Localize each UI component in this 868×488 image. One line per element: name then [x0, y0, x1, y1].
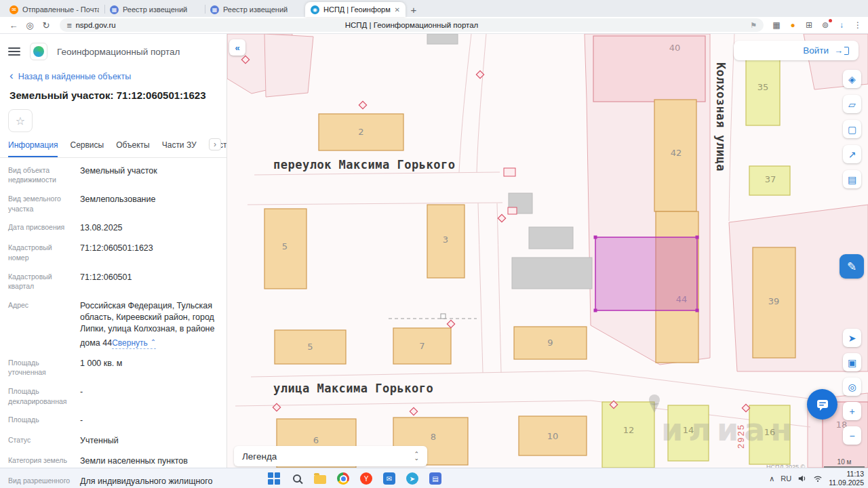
collapse-address-link[interactable]: Свернуть⌃	[112, 338, 156, 349]
tab-favicon: ▦	[210, 5, 219, 14]
sidebar-header: Геоинформационный портал	[0, 34, 226, 66]
site-chip[interactable]: ≣ nspd.gov.ru	[66, 21, 116, 29]
clock[interactable]: 11:13 11.09.2025	[829, 470, 864, 487]
search-button-icon	[293, 474, 301, 483]
selection-corner	[594, 309, 597, 312]
building	[529, 227, 573, 249]
map-tool-print[interactable]: ▤	[843, 170, 861, 188]
parcel-number: 6	[313, 435, 319, 445]
field-label: Вид объекта недвижимости	[8, 165, 75, 185]
address-bar[interactable]: ≣ nspd.gov.ru НСПД | Геоинформационный п…	[60, 18, 764, 32]
tab-close-icon[interactable]: ✕	[395, 6, 400, 14]
chrome-browser-icon	[337, 472, 349, 485]
info-field: Адрес Российская Федерация, Тульская обл…	[8, 296, 218, 353]
field-label: Кадастровый номер	[8, 243, 75, 262]
yandex-browser[interactable]: Y	[359, 472, 373, 485]
login-button[interactable]: Войти →	[734, 41, 859, 60]
map-tool-draw[interactable]: ✎	[840, 254, 864, 279]
documents-app[interactable]: ▤	[429, 472, 442, 485]
cadastral-block	[264, 34, 313, 97]
selected-parcel-highlight	[595, 237, 697, 310]
parcel-number: 12	[623, 425, 635, 435]
tab-информация[interactable]: Информация	[8, 140, 58, 157]
network-wifi-icon[interactable]	[813, 474, 823, 483]
legend-toggle-icon: ⌃⌄	[414, 452, 419, 460]
tabs-scroll-right-button[interactable]: ›	[209, 138, 221, 150]
tab-сервисы[interactable]: Сервисы	[70, 140, 104, 157]
extensions-icon[interactable]: ▦	[772, 20, 781, 30]
file-explorer-icon	[314, 475, 326, 484]
browser-tabs: ✉ Отправленные - Почта M... ✕ ▦ Реестр и…	[4, 2, 406, 17]
apps-grid-icon[interactable]: ⊞	[804, 20, 814, 30]
browser-tab[interactable]: ◉ НСПД | Геоинформаци... ✕	[305, 2, 406, 17]
building	[512, 258, 592, 289]
parcel-number: 42	[671, 148, 682, 158]
legend-label: Легенда	[242, 451, 277, 462]
telegram-app[interactable]: ➤	[406, 472, 419, 485]
parcel-number: 7	[419, 341, 425, 351]
taskbar-icons: Y✉➤▤	[267, 468, 442, 488]
back-to-results-link[interactable]: ‹ Назад в найденные объекты	[0, 66, 226, 83]
cadastral-map[interactable]: 253579404244353739681012141618илиан2925п…	[227, 34, 868, 468]
search-button[interactable]	[290, 472, 304, 485]
new-tab-button[interactable]: +	[406, 2, 422, 17]
info-field: Дата присвоения 13.08.2025	[8, 218, 218, 239]
start-button[interactable]	[267, 472, 281, 485]
map-tool-measure[interactable]: ▱	[843, 95, 861, 113]
browser-tab[interactable]: ▦ Реестр извещений ✕	[205, 2, 305, 17]
map-tool-coords[interactable]: ◎	[843, 378, 861, 396]
field-label: Дата присвоения	[8, 222, 75, 234]
legend-bar[interactable]: Легенда ⌃⌄	[234, 446, 427, 466]
menu-burger-icon[interactable]	[8, 47, 20, 56]
map-parcel-40[interactable]	[593, 36, 705, 102]
profile-icon[interactable]: ●	[788, 20, 797, 30]
file-explorer[interactable]	[313, 472, 327, 485]
browser-menu-icon[interactable]: ⋮	[853, 20, 863, 30]
small-structure	[504, 168, 515, 176]
tab-объекты[interactable]: Объекты	[116, 140, 150, 157]
telegram-app-icon: ➤	[406, 472, 418, 485]
parcel-number: 35	[757, 82, 769, 92]
downloads-icon[interactable]: ↓	[837, 20, 846, 30]
language-indicator[interactable]: RU	[781, 474, 791, 483]
field-label: Категория земель	[8, 455, 75, 467]
map-scale: 10 м	[824, 458, 865, 468]
portal-name: Геоинформационный портал	[57, 47, 180, 57]
collapse-sidebar-button[interactable]: «	[229, 39, 245, 56]
zoom-out-button[interactable]: −	[843, 426, 861, 445]
bookmark-flag-icon[interactable]: ⚑	[750, 21, 757, 30]
map-tool-locate[interactable]: ➤	[843, 329, 861, 347]
extensions-icon-icon[interactable]: ◎	[22, 20, 38, 30]
map-tool-layers[interactable]: ◈	[843, 70, 861, 88]
field-value: Российская Федерация, Тульская область, …	[80, 300, 218, 349]
browser-tab[interactable]: ▦ Реестр извещений ✕	[104, 2, 205, 17]
favorite-star-button[interactable]: ☆	[8, 109, 33, 132]
map-viewport[interactable]: 253579404244353739681012141618илиан2925п…	[227, 34, 868, 468]
site-settings-icon[interactable]: ≣	[66, 22, 72, 29]
chat-bubble-icon	[815, 397, 830, 412]
info-field: Статус Учтенный	[8, 431, 218, 451]
browser-tab[interactable]: ✉ Отправленные - Почта M... ✕	[4, 2, 104, 17]
tab-части зу[interactable]: Части ЗУ	[162, 140, 197, 157]
map-tool-share[interactable]: ↗	[843, 145, 861, 163]
zoom-in-button[interactable]: +	[843, 402, 861, 420]
notifications-icon[interactable]: ⊚	[821, 20, 830, 30]
map-tool-extent[interactable]: ▢	[843, 120, 861, 138]
map-tool-overview[interactable]: ▣	[843, 353, 861, 371]
field-label: Адрес	[8, 300, 75, 349]
reload-button-icon[interactable]: ↻	[38, 20, 54, 30]
info-field: Площадь -	[8, 411, 218, 431]
tab-title: Реестр извещений	[123, 5, 199, 14]
field-label: Вид земельного участка	[8, 194, 75, 214]
browser-tab-bar: ✉ Отправленные - Почта M... ✕ ▦ Реестр и…	[0, 0, 868, 17]
chat-button[interactable]	[807, 389, 837, 420]
back-button-icon[interactable]: ←	[5, 20, 22, 30]
speaker-icon[interactable]	[797, 474, 807, 483]
field-value: 71:12:060501:1623	[80, 243, 218, 262]
nspd-logo-icon[interactable]	[30, 43, 47, 60]
watermark-phone: 2925	[736, 424, 746, 449]
chrome-browser[interactable]	[336, 472, 350, 485]
tray-expand-icon[interactable]: ∧	[769, 474, 774, 483]
mail-app[interactable]: ✉	[382, 472, 396, 485]
parcel-number: 39	[768, 296, 780, 306]
